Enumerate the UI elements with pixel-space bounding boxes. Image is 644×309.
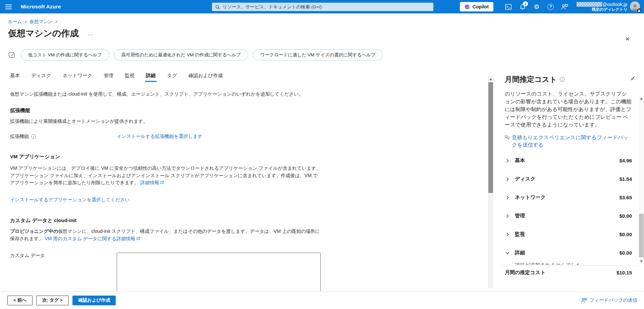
extensions-description: 拡張機能により展開後構成とオートメーションが提供されます。	[10, 118, 321, 125]
feedback-person-icon	[581, 298, 587, 303]
copilot-label: Copilot	[473, 4, 489, 9]
breadcrumb-separator: >	[55, 19, 58, 24]
vm-applications-learn-more-link[interactable]: 詳細情報	[140, 180, 159, 185]
cost-row-advanced-expanded[interactable]: 詳細 $0.00	[505, 244, 632, 262]
azure-topbar: Microsoft Azure Copilot 1 ⚙ ?	[0, 0, 644, 13]
page-title-row: 仮想マシンの作成 …	[8, 28, 644, 39]
previous-button[interactable]: < 前へ	[7, 296, 33, 305]
cost-total-row: 月間の推定コスト $10.15	[499, 265, 639, 279]
chevron-right-icon	[505, 177, 510, 182]
global-search[interactable]	[212, 3, 433, 11]
cost-panel-description: のリソースのコスト、ライセンス、サブスクリプションの影響が含まれている場合があり…	[505, 90, 632, 128]
cost-row-networking[interactable]: ネットワーク $3.65	[505, 188, 632, 207]
search-input[interactable]	[223, 4, 430, 9]
search-icon	[215, 5, 220, 9]
select-extensions-link[interactable]: インストールする拡張機能を選択します	[117, 134, 203, 140]
advanced-tab-content: 仮想マシン拡張機能または cloud-init を使用して、構成、エージェント、…	[10, 91, 321, 292]
account-info[interactable]: @outlook.jp 既定のディレクトリ	[577, 2, 627, 12]
notifications-bell-icon[interactable]: 1	[516, 0, 530, 13]
extensions-heading: 拡張機能	[10, 107, 321, 114]
cost-row-management[interactable]: 管理 $0.00	[505, 207, 632, 225]
extensions-field-label: 拡張機能 i	[10, 134, 117, 140]
external-link-icon	[136, 236, 140, 243]
account-name-redacted	[577, 2, 602, 7]
cost-panel-scroll-area: のリソースのコスト、ライセンス、サブスクリプションの影響が含まれている場合があり…	[505, 90, 632, 265]
custom-data-learn-more-link[interactable]: VM 用のカスタム データに関する詳細情報	[45, 236, 135, 241]
next-tags-button[interactable]: 次: タグ >	[36, 296, 69, 305]
scrollbar-thumb[interactable]	[488, 82, 493, 193]
info-icon[interactable]: i	[560, 77, 565, 82]
azure-brand-title[interactable]: Microsoft Azure	[21, 4, 61, 10]
vm-applications-description: VM アプリケーションには、デプロイ後に VM に安全かつ信頼性の高い方法でダウ…	[10, 165, 321, 187]
scroll-up-arrow[interactable]	[488, 76, 493, 82]
send-feedback-link[interactable]: フィードバックの送信	[581, 297, 637, 303]
breadcrumb: ホーム > 仮想マシン >	[8, 19, 644, 25]
custom-data-heading: カスタム データと cloud-init	[10, 217, 321, 224]
page-title: 仮想マシンの作成	[8, 28, 78, 39]
scroll-down-arrow[interactable]	[639, 259, 644, 264]
help-chip-vm-size[interactable]: ワークロードに適した VM サイズの選択に関するヘルプ	[253, 49, 383, 60]
cost-row-monitoring[interactable]: 監視 $0.00	[505, 225, 632, 244]
chevron-right-icon	[505, 214, 510, 218]
topbar-right-cluster: Copilot 1 ⚙ ? @outlook.jp 既定のディレクトリ	[460, 0, 644, 13]
cost-rows: 基本 $4.96 ディスク $1.54 ネットワーク $3.65 管理 $0.0…	[505, 151, 632, 262]
review-create-button[interactable]: 確認および作成	[72, 296, 116, 305]
cost-row-disks[interactable]: ディスク $1.54	[505, 170, 632, 188]
tab-advanced-active[interactable]: 詳細	[146, 72, 156, 82]
monthly-cost-panel: 月間推定コスト i のリソースのコスト、ライセンス、サブスクリプションの影響が含…	[499, 74, 644, 279]
tab-basics[interactable]: 基本	[10, 72, 20, 82]
custom-data-field-label: カスタム データ	[10, 253, 117, 259]
copilot-help-chips: 低コスト VM の作成に関するヘルプ 高可用性のために最適化された VM の作成…	[7, 49, 644, 60]
account-directory: 既定のディレクトリ	[577, 7, 627, 12]
custom-data-textarea[interactable]	[117, 253, 321, 292]
breadcrumb-home-link[interactable]: ホーム	[8, 19, 22, 25]
tab-review-create[interactable]: 確認および作成	[189, 72, 223, 82]
tab-disks[interactable]: ディスク	[31, 72, 51, 82]
account-email-suffix: @outlook.jp	[602, 2, 627, 7]
cost-row-basics[interactable]: 基本 $4.96	[505, 151, 632, 170]
cost-total-value: $10.15	[616, 270, 632, 275]
settings-gear-icon[interactable]: ⚙	[530, 0, 544, 13]
lock-icon	[637, 8, 641, 13]
cost-panel-title: 月間推定コスト	[505, 74, 557, 85]
tab-monitoring[interactable]: 監視	[125, 72, 135, 82]
collapse-panel-icon[interactable]	[630, 76, 635, 82]
chevron-right-icon	[505, 195, 510, 200]
custom-data-description: プロビジョニング中の仮想マシンに、cloud-init スクリプト、構成ファイル…	[10, 228, 321, 243]
copilot-outline-icon	[7, 51, 16, 58]
feedback-bubbles-icon	[505, 135, 509, 140]
help-chip-high-availability[interactable]: 高可用性のために最適化された VM の作成に関するヘルプ	[114, 49, 248, 60]
feedback-person-icon[interactable]	[558, 0, 572, 13]
select-applications-link[interactable]: インストールするアプリケーションを選択してください	[10, 197, 130, 202]
tab-networking[interactable]: ネットワーク	[62, 72, 92, 82]
account-avatar[interactable]	[630, 1, 641, 12]
custom-data-field-row: カスタム データ	[10, 253, 321, 292]
title-overflow-menu-icon[interactable]: …	[87, 30, 94, 37]
cost-panel-title-row: 月間推定コスト i	[499, 74, 644, 85]
notification-badge: 1	[523, 1, 528, 6]
copilot-icon	[465, 4, 470, 10]
cloud-shell-icon[interactable]	[501, 0, 516, 13]
hamburger-menu-icon[interactable]	[0, 0, 17, 13]
breadcrumb-separator: >	[24, 19, 27, 24]
vm-applications-heading: VM アプリケーション	[10, 154, 321, 160]
help-chip-low-cost[interactable]: 低コスト VM の作成に関するヘルプ	[21, 49, 109, 60]
wizard-footer: < 前へ 次: タグ > 確認および作成 フィードバックの送信	[0, 291, 644, 309]
scrollbar-thumb[interactable]	[639, 214, 644, 257]
help-icon[interactable]: ?	[544, 0, 558, 13]
cost-panel-scrollbar[interactable]	[639, 96, 644, 264]
tab-tags[interactable]: タグ	[167, 72, 177, 82]
external-link-icon	[160, 179, 164, 187]
scroll-up-arrow[interactable]	[639, 96, 644, 101]
copilot-button[interactable]: Copilot	[460, 2, 493, 11]
tab-management[interactable]: 管理	[104, 72, 113, 82]
breadcrumb-parent-link[interactable]: 仮想マシン	[30, 19, 52, 25]
intro-text: 仮想マシン拡張機能または cloud-init を使用して、構成、エージェント、…	[10, 91, 321, 98]
chevron-right-icon	[505, 232, 510, 237]
extensions-field-row: 拡張機能 i インストールする拡張機能を選択します	[10, 134, 321, 140]
close-blade-icon[interactable]: ✕	[625, 36, 630, 42]
chevron-down-icon	[505, 251, 510, 255]
estimate-feedback-link[interactable]: 見積もりエクスペリエンスに関するフィードバックを送信する	[505, 134, 632, 149]
info-icon[interactable]: i	[31, 134, 36, 139]
main-scrollbar[interactable]	[488, 76, 493, 288]
